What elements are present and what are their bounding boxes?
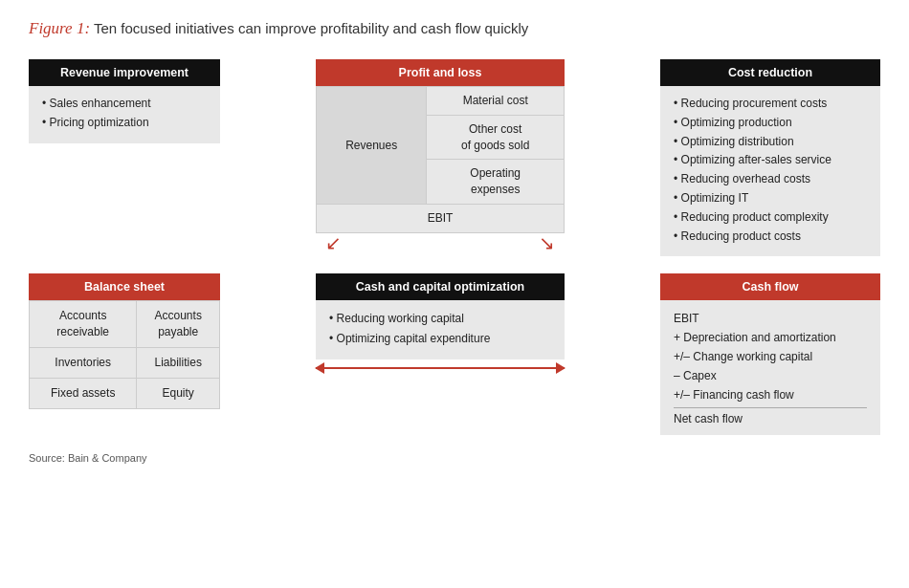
balance-cell-2-1: Equity <box>137 378 220 408</box>
cashflow-line: – Capex <box>674 367 867 384</box>
revenue-header: Revenue improvement <box>29 59 220 86</box>
arrow-line <box>316 367 565 369</box>
balance-cell-2-0: Fixed assets <box>30 378 137 408</box>
cash-capital-header: Cash and capital optimization <box>316 273 565 300</box>
cashflow-line: +/– Financing cash flow <box>674 386 867 403</box>
balance-cell-0-1: Accounts payable <box>137 301 220 348</box>
pnl-table: Revenues Material cost Other cost of goo… <box>316 86 565 233</box>
balance-box: Balance sheet Accounts receivableAccount… <box>29 273 220 408</box>
cost-item: Reducing product costs <box>674 229 867 245</box>
cashflow-net: Net cash flow <box>674 407 867 425</box>
arrow-down-right: ↘ <box>539 231 555 254</box>
pnl-ebit: EBIT <box>317 204 565 232</box>
cash-capital-list: Reducing working capitalOptimizing capit… <box>329 310 551 347</box>
revenue-item: Pricing optimization <box>42 115 207 131</box>
cash-capital-item: Reducing working capital <box>329 310 551 327</box>
source: Source: Bain & Company <box>29 452 880 464</box>
cost-item: Optimizing after-sales service <box>674 152 867 168</box>
pnl-row-1: Other cost of goods sold <box>427 115 565 160</box>
cost-header: Cost reduction <box>660 59 880 86</box>
cashflow-box: Cash flow EBIT+ Depreciation and amortiz… <box>660 273 880 435</box>
pnl-row-2: Operating expenses <box>427 160 565 205</box>
figure-title: Figure 1: Ten focused initiatives can im… <box>29 19 880 38</box>
horizontal-arrow <box>316 367 565 369</box>
pnl-row-0: Material cost <box>427 87 565 116</box>
revenue-item: Sales enhancement <box>42 96 207 112</box>
cashflow-lines: EBIT+ Depreciation and amortization+/– C… <box>674 310 867 403</box>
revenue-list: Sales enhancementPricing optimization <box>42 96 207 131</box>
cost-item: Optimizing production <box>674 115 867 131</box>
cost-box: Cost reduction Reducing procurement cost… <box>660 59 880 256</box>
balance-cell-1-1: Liabilities <box>137 347 220 378</box>
cost-item: Reducing product complexity <box>674 209 867 226</box>
cost-item: Reducing overhead costs <box>674 171 867 187</box>
cashflow-line: +/– Change working capital <box>674 348 867 365</box>
fig-text: Ten focused initiatives can improve prof… <box>94 20 528 36</box>
cashflow-line: + Depreciation and amortization <box>674 329 867 346</box>
cashflow-header: Cash flow <box>660 273 880 300</box>
arrow-down-left: ↙ <box>325 231 342 254</box>
cost-item: Optimizing IT <box>674 190 867 207</box>
cost-content: Reducing procurement costsOptimizing pro… <box>660 86 880 256</box>
balance-cell-1-0: Inventories <box>30 347 137 378</box>
cash-capital-box: Cash and capital optimization Reducing w… <box>237 273 643 369</box>
cash-capital-item: Optimizing capital expenditure <box>329 330 551 347</box>
cost-list: Reducing procurement costsOptimizing pro… <box>674 96 867 244</box>
pnl-wrapper: Profit and loss Revenues Material cost O… <box>316 59 565 254</box>
revenue-box: Revenue improvement Sales enhancementPri… <box>29 59 220 143</box>
main-layout: Revenue improvement Sales enhancementPri… <box>29 59 880 435</box>
pnl-box: Profit and loss Revenues Material cost O… <box>237 59 643 254</box>
balance-table: Accounts receivableAccounts payableInven… <box>29 300 220 408</box>
balance-header: Balance sheet <box>29 273 220 300</box>
revenue-content: Sales enhancementPricing optimization <box>29 86 220 143</box>
cost-item: Optimizing distribution <box>674 134 867 150</box>
balance-cell-0-0: Accounts receivable <box>30 301 137 348</box>
fig-label: Figure 1: <box>29 19 90 37</box>
cost-item: Reducing procurement costs <box>674 96 867 112</box>
pnl-revenues-cell: Revenues <box>317 87 427 205</box>
cashflow-line: EBIT <box>674 310 867 327</box>
cash-capital-content: Reducing working capitalOptimizing capit… <box>316 300 565 359</box>
pnl-header: Profit and loss <box>316 59 565 86</box>
cash-cap-wrapper: Cash and capital optimization Reducing w… <box>316 273 565 369</box>
pnl-arrows: ↙ ↘ <box>316 231 565 254</box>
cashflow-content: EBIT+ Depreciation and amortization+/– C… <box>660 300 880 435</box>
